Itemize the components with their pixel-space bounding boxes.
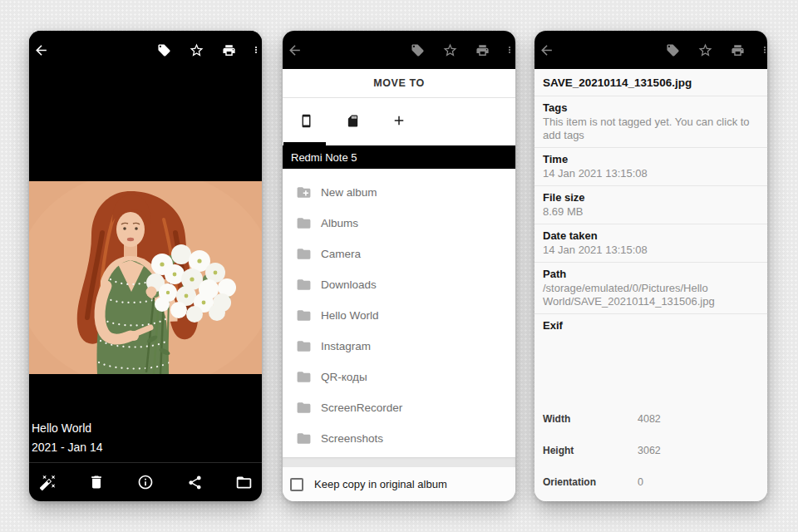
list-item-folder[interactable]: Downloads bbox=[283, 269, 515, 300]
more-vert-icon[interactable] bbox=[505, 40, 515, 60]
phone-move-dialog: MOVE TO Redmi Note 5 bbox=[283, 31, 515, 501]
list-item-folder[interactable]: Hello World bbox=[283, 300, 515, 331]
folder-icon bbox=[296, 338, 312, 354]
back-arrow-icon[interactable] bbox=[536, 40, 556, 60]
list-item-folder[interactable]: ScreenRecorder bbox=[283, 392, 515, 423]
section-path: Path /storage/emulated/0/Pictures/Hello … bbox=[534, 263, 767, 314]
desktop-background: Hello World 2021 - Jan 14 bbox=[0, 0, 798, 532]
more-vert-icon[interactable] bbox=[251, 40, 261, 60]
auto-fix-icon[interactable] bbox=[38, 473, 57, 491]
dialog-footer-gap bbox=[283, 457, 515, 467]
delete-icon[interactable] bbox=[87, 473, 106, 491]
photo-date-label: 2021 - Jan 14 bbox=[32, 441, 103, 455]
folder-icon bbox=[296, 215, 312, 231]
tag-icon[interactable] bbox=[154, 40, 174, 60]
dialog-title: MOVE TO bbox=[283, 69, 515, 98]
keep-copy-label[interactable]: Keep copy in original album bbox=[314, 478, 447, 490]
section-exif: Exif bbox=[534, 314, 767, 337]
exif-row-orientation: Orientation 0 bbox=[534, 466, 767, 498]
dimmed-topbar bbox=[283, 31, 515, 69]
properties-panel: SAVE_20210114_131506.jpg Tags This item … bbox=[534, 69, 767, 501]
exif-row-height: Height 3062 bbox=[534, 435, 767, 466]
exif-row-width: Width 4082 bbox=[534, 403, 767, 435]
smartphone-icon bbox=[299, 114, 313, 131]
exif-key: Orientation bbox=[543, 476, 638, 488]
section-label: Tags bbox=[543, 101, 759, 114]
section-label: Path bbox=[543, 268, 759, 280]
info-icon[interactable] bbox=[136, 473, 155, 491]
folder-open-icon[interactable] bbox=[234, 473, 253, 491]
photo-image bbox=[29, 181, 262, 374]
folder-list: New album Albums Camera Downloads bbox=[283, 169, 515, 457]
list-item-folder[interactable]: Camera bbox=[283, 239, 515, 269]
folder-icon bbox=[296, 400, 312, 416]
section-tags[interactable]: Tags This item is not tagged yet. You ca… bbox=[534, 96, 767, 148]
keep-copy-checkbox[interactable] bbox=[290, 478, 303, 491]
folder-label: Camera bbox=[321, 248, 361, 260]
share-icon[interactable] bbox=[185, 473, 204, 491]
plus-icon bbox=[392, 113, 406, 131]
dialog-footer: Keep copy in original album bbox=[283, 467, 515, 501]
folder-label: QR-коды bbox=[321, 371, 367, 383]
tab-internal-storage[interactable] bbox=[283, 99, 329, 145]
folder-label: Downloads bbox=[321, 278, 377, 291]
star-icon[interactable] bbox=[440, 40, 460, 60]
print-icon[interactable] bbox=[727, 40, 747, 60]
list-item-folder[interactable]: Instagram bbox=[283, 331, 515, 362]
topbar-actions bbox=[663, 40, 767, 60]
more-vert-icon[interactable] bbox=[760, 40, 767, 60]
device-name-bar: Redmi Note 5 bbox=[283, 145, 515, 169]
folder-label: ScreenRecorder bbox=[321, 401, 402, 414]
list-item-new-album[interactable]: New album bbox=[283, 177, 515, 208]
storage-tabs bbox=[283, 99, 515, 145]
exif-value: 0 bbox=[638, 476, 643, 488]
tag-icon[interactable] bbox=[407, 40, 427, 60]
section-label: Time bbox=[543, 153, 759, 165]
section-date-taken: Date taken 14 Jan 2021 13:15:08 bbox=[534, 224, 767, 263]
section-label: File size bbox=[543, 191, 759, 204]
section-file-size: File size 8.69 MB bbox=[534, 186, 767, 224]
back-arrow-icon[interactable] bbox=[284, 40, 304, 60]
filename-label: SAVE_20210114_131506.jpg bbox=[534, 69, 767, 96]
star-icon[interactable] bbox=[695, 40, 715, 60]
list-item-folder[interactable]: QR-коды bbox=[283, 362, 515, 392]
folder-label: Albums bbox=[321, 217, 358, 229]
exif-table: Width 4082 Height 3062 Orientation 0 bbox=[534, 403, 767, 498]
folder-icon bbox=[296, 369, 312, 385]
tab-sd-card[interactable] bbox=[329, 99, 376, 145]
section-time: Time 14 Jan 2021 13:15:08 bbox=[534, 148, 767, 186]
sd-card-icon bbox=[346, 114, 360, 131]
section-value: /storage/emulated/0/Pictures/Hello World… bbox=[543, 282, 759, 308]
exif-value: 3062 bbox=[638, 445, 661, 456]
folder-label: Instagram bbox=[321, 340, 371, 352]
list-item-folder[interactable]: Albums bbox=[283, 208, 515, 239]
section-value: This item is not tagged yet. You can cli… bbox=[543, 116, 759, 142]
photo-viewer-topbar bbox=[29, 31, 262, 69]
exif-label: Exif bbox=[543, 319, 759, 332]
topbar-actions bbox=[407, 40, 515, 60]
dimmed-topbar bbox=[534, 31, 767, 69]
folder-icon bbox=[296, 277, 312, 293]
star-icon[interactable] bbox=[186, 40, 206, 60]
photo-album-title: Hello World bbox=[32, 421, 91, 436]
section-value: 14 Jan 2021 13:15:08 bbox=[543, 167, 759, 180]
topbar-actions bbox=[154, 40, 262, 60]
exif-key: Width bbox=[543, 413, 638, 425]
section-value: 14 Jan 2021 13:15:08 bbox=[543, 244, 759, 257]
folder-label: Hello World bbox=[321, 309, 379, 322]
print-icon[interactable] bbox=[472, 40, 492, 60]
exif-value: 4082 bbox=[638, 413, 661, 425]
section-label: Date taken bbox=[543, 229, 759, 242]
section-value: 8.69 MB bbox=[543, 205, 759, 219]
folder-plus-icon bbox=[296, 185, 312, 200]
folder-label: New album bbox=[321, 186, 377, 199]
folder-label: Screenshots bbox=[321, 432, 383, 445]
list-item-folder[interactable]: Screenshots bbox=[283, 423, 515, 454]
tag-icon[interactable] bbox=[663, 40, 682, 60]
photo-bottom-toolbar bbox=[29, 463, 262, 501]
tab-add-storage[interactable] bbox=[376, 99, 422, 145]
phone-photo-viewer: Hello World 2021 - Jan 14 bbox=[29, 31, 262, 501]
exif-key: Height bbox=[543, 445, 638, 456]
print-icon[interactable] bbox=[219, 40, 239, 60]
back-arrow-icon[interactable] bbox=[31, 40, 51, 60]
